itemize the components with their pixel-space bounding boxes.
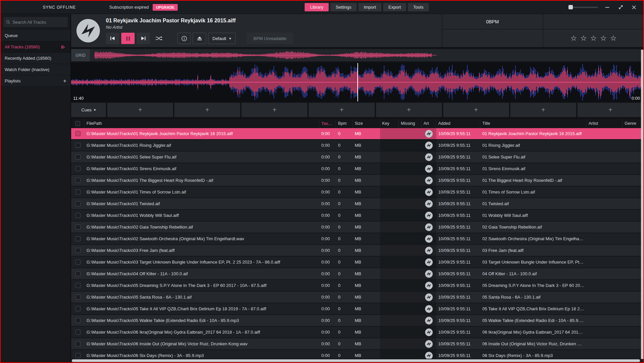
column-header-title[interactable]: Title <box>480 119 587 128</box>
row-checkbox[interactable] <box>75 190 80 195</box>
cues-dropdown[interactable]: Cues ▾ <box>71 103 106 117</box>
table-row[interactable]: G:\Master Music\Tracks\01 Rising Jiggler… <box>71 140 643 151</box>
upgrade-button[interactable]: UPGRADE <box>153 4 178 11</box>
table-row[interactable]: G:\Master Music\Tracks\03 Free Jam (feat… <box>71 245 643 257</box>
nav-export-button[interactable]: Export <box>383 3 407 11</box>
vertical-scrollbar[interactable] <box>641 50 643 359</box>
next-button[interactable] <box>137 33 150 44</box>
cue-slot[interactable]: + <box>309 103 374 117</box>
cue-slot[interactable]: + <box>443 103 509 117</box>
table-row[interactable]: G:\Master Music\Tracks\06 Ikra(Original … <box>71 327 643 338</box>
row-checkbox[interactable] <box>75 154 80 159</box>
row-checkbox[interactable] <box>75 131 80 136</box>
column-header-added[interactable]: Added <box>436 119 480 128</box>
nav-settings-button[interactable]: Settings <box>330 3 357 11</box>
horizontal-scrollbar[interactable] <box>71 359 643 362</box>
row-checkbox[interactable] <box>75 341 80 346</box>
sidebar-item-playlists[interactable]: Playlists + <box>1 75 70 87</box>
horizontal-scrollbar-thumb[interactable] <box>72 359 640 362</box>
rating-stars[interactable]: ☆☆☆☆☆ <box>543 29 644 47</box>
column-header-key[interactable]: Key <box>380 119 399 128</box>
column-header-missing[interactable]: Missing <box>399 119 422 128</box>
sidebar-item-queue[interactable]: Queue <box>1 30 70 41</box>
bpm-unreadable-button[interactable]: BPM Unreadable <box>247 33 293 44</box>
fullscreen-button[interactable] <box>617 3 625 11</box>
row-checkbox[interactable] <box>75 201 80 206</box>
column-header-bpm[interactable]: Bpm <box>336 119 353 128</box>
row-checkbox[interactable] <box>75 225 80 230</box>
shuffle-button[interactable] <box>152 33 165 44</box>
table-row[interactable]: G:\Master Music\Tracks\05 Walkie Talkie … <box>71 315 643 327</box>
row-checkbox[interactable] <box>75 353 80 358</box>
row-checkbox[interactable] <box>75 248 80 253</box>
row-checkbox[interactable] <box>75 318 80 323</box>
nav-library-button[interactable]: Library <box>305 3 329 11</box>
table-row[interactable]: G:\Master Music\Tracks\02 Sawtooth Orche… <box>71 233 643 245</box>
row-checkbox[interactable] <box>75 166 80 171</box>
row-checkbox[interactable] <box>75 213 80 218</box>
nav-tools-button[interactable]: Tools <box>408 3 429 11</box>
zoom-slider[interactable] <box>568 7 598 8</box>
table-row[interactable]: G:\Master Music\Tracks\01 Times of Sorro… <box>71 187 643 198</box>
previous-button[interactable] <box>106 33 119 44</box>
row-checkbox[interactable] <box>75 260 80 265</box>
row-checkbox[interactable] <box>75 178 80 183</box>
titlebar: SYNC OFFLINE Subscription expired UPGRAD… <box>1 1 643 14</box>
zoom-slider-thumb[interactable] <box>569 5 573 9</box>
minimize-button[interactable] <box>603 3 611 11</box>
table-row[interactable]: G:\Master Music\Tracks\05 Santa Rosa - 6… <box>71 292 643 303</box>
column-header-art[interactable]: Art <box>422 119 436 128</box>
pause-button[interactable] <box>121 33 135 44</box>
vertical-scrollbar-thumb[interactable] <box>641 50 643 359</box>
grid-button[interactable]: GRID <box>71 49 90 61</box>
preset-dropdown[interactable]: Default ▾ <box>208 33 235 44</box>
cue-slot[interactable]: + <box>241 103 307 117</box>
table-row[interactable]: G:\Master Music\Tracks\01 The Biggest He… <box>71 175 643 187</box>
cue-slot[interactable]: + <box>107 103 173 117</box>
table-row[interactable]: G:\Master Music\Tracks\05 Take It All VI… <box>71 303 643 315</box>
sidebar-item-recently-added[interactable]: Recently Added (18560) <box>1 53 70 64</box>
eject-button[interactable] <box>193 33 206 44</box>
waveform-section[interactable]: 11:40 0:00 <box>71 63 643 101</box>
row-checkbox[interactable] <box>75 295 80 300</box>
row-checkbox[interactable] <box>75 283 80 288</box>
table-row[interactable]: G:\Master Music\Tracks\01 Twisted.aif0:0… <box>71 198 643 210</box>
row-checkbox[interactable] <box>75 330 80 335</box>
search-box[interactable] <box>3 17 68 27</box>
column-header-filepath[interactable]: FilePath <box>85 119 319 128</box>
cue-slot[interactable]: + <box>510 103 576 117</box>
select-all-checkbox[interactable] <box>71 119 85 128</box>
column-header-size[interactable]: Size <box>353 119 380 128</box>
column-header-genre[interactable]: Genre <box>623 119 643 128</box>
cue-slot[interactable]: + <box>376 103 442 117</box>
close-button[interactable] <box>630 3 638 11</box>
table-row[interactable]: G:\Master Music\Tracks\06 Inside Out (Or… <box>71 338 643 350</box>
sidebar-item-watch-folder[interactable]: Watch Folder (Inactive) <box>1 64 70 75</box>
info-button[interactable] <box>177 33 191 44</box>
cue-slot[interactable]: + <box>174 103 240 117</box>
table-row[interactable]: G:\Master Music\Tracks\01 Selee Super Fl… <box>71 151 643 163</box>
overview-waveform-wrap[interactable] <box>95 51 639 60</box>
cell-filepath: G:\Master Music\Tracks\01 Rising Jiggler… <box>85 140 319 151</box>
table-row[interactable]: G:\Master Music\Tracks\06 Six Days (Remi… <box>71 350 643 359</box>
row-checkbox[interactable] <box>75 236 80 241</box>
column-header-artist[interactable]: Artist <box>587 119 623 128</box>
table-row[interactable]: G:\Master Music\Tracks\05 Dreaming S.P.Y… <box>71 280 643 292</box>
table-row[interactable]: G:\Master Music\Tracks\03 Target Unknown… <box>71 257 643 268</box>
nav-import-button[interactable]: Import <box>358 3 381 11</box>
column-header-time[interactable]: Time▲ <box>319 119 336 128</box>
overview-waveform[interactable] <box>95 51 639 60</box>
table-row[interactable]: G:\Master Music\Tracks\01 Wobbly Will Sa… <box>71 210 643 222</box>
search-input[interactable] <box>12 20 65 25</box>
table-row[interactable]: G:\Master Music\Tracks\04 Off Kilter - 1… <box>71 268 643 280</box>
table-row[interactable]: G:\Master Music\Tracks\01 Reykjavik Joac… <box>71 128 643 140</box>
table-row[interactable]: G:\Master Music\Tracks\01 Sirens Einmusi… <box>71 163 643 175</box>
sidebar-item-all-tracks[interactable]: All Tracks (18560) <box>1 41 70 53</box>
add-playlist-button[interactable]: + <box>63 78 66 84</box>
table-row[interactable]: G:\Master Music\Tracks\02 Gaia Township … <box>71 222 643 233</box>
row-checkbox[interactable] <box>75 143 80 148</box>
cell-art <box>422 338 436 349</box>
row-checkbox[interactable] <box>75 271 80 276</box>
cue-slot[interactable]: + <box>578 103 643 117</box>
row-checkbox[interactable] <box>75 306 80 311</box>
